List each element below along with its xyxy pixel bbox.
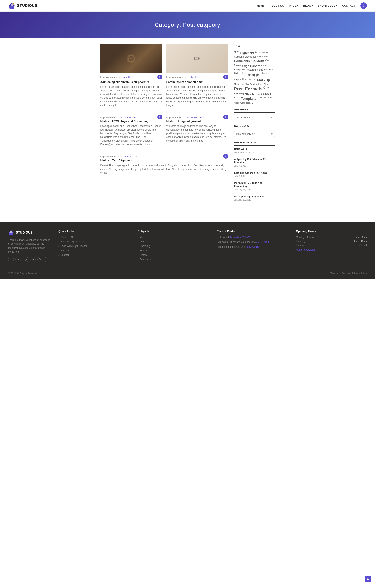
footer-quick-link[interactable]: ABOUT US [58,236,129,239]
social-pinterest[interactable]: ✦ [15,257,21,262]
post-share-button-5[interactable]: ⇧ [223,154,228,158]
nav-page[interactable]: PAGE▾ [289,4,298,7]
post-share-button-1[interactable]: ⇧ [157,74,162,79]
tag-ftw[interactable]: FTW [264,68,268,71]
tag-codex[interactable]: Codex [262,55,268,58]
tag-twitter[interactable]: Twitter [267,97,273,101]
footer-recent-post-title[interactable]: Lorem ipsum dolor sit amet July 4, 2019 [217,245,288,248]
logo[interactable]: STUDIOUS [8,2,38,9]
sidebar-recent-post-title[interactable]: Lorem Ipsum Dolor Sit Amet [234,171,275,175]
social-instagram[interactable]: ◎ [23,257,28,262]
tag-markup[interactable]: Markup [257,78,270,83]
tag-dowork[interactable]: Dowork [234,64,241,68]
tag-post-formats[interactable]: Post Formats [234,86,263,92]
sidebar-recent-post-title[interactable]: Markup: Image Alignment [234,195,275,198]
tag-shortcode[interactable]: Shortcode [245,92,260,96]
footer-quick-link[interactable]: Site Map [58,249,129,252]
footer-bottom: © 2021 All Rights Reserved Tearms of Ser… [8,269,367,275]
sidebar-recent-post-title[interactable]: Markup: HTML Tags And Formatting [234,181,275,188]
tag-tired[interactable]: Tired [257,97,262,101]
footer-subjects: Subjects MathsPhysicsChemistryBiologyHis… [138,230,209,262]
footer-subject-link[interactable]: Economics [138,258,209,261]
tag-content[interactable]: Content [251,59,264,63]
footer-quick-link[interactable]: Blog with right sidebar [58,240,129,243]
archives-select[interactable]: Select Month [234,115,275,120]
tag-must-read[interactable]: Must Read [245,83,255,85]
post-share-button-2[interactable]: ⇧ [223,74,228,79]
tag-captions[interactable]: Captions [234,55,244,58]
nav-blog[interactable]: BLOG▾ [303,4,313,7]
tag-comments[interactable]: Comments [234,59,250,63]
tag-html[interactable]: Html [241,72,246,77]
sidebar-recent-posts-list: Hello World!December 25, 2020Adipiscing … [234,147,275,203]
tag-alignment[interactable]: Alignment [239,51,254,55]
nav-home[interactable]: Home [257,4,264,7]
tag-template[interactable]: Template [241,97,257,101]
tag-categories[interactable]: Categories [244,55,256,58]
post-title-2[interactable]: Lorem ipsum dolor sit amet [166,80,228,84]
nav-contact[interactable]: CONTACT [342,4,355,7]
tag-wordpress.tv[interactable]: WordPress.Tv [240,102,253,104]
tag-gallery[interactable]: Gallery [234,72,241,77]
sidebar-recent-post-title[interactable]: Adipiscing Elit. Vivamus Eu Pharetra [234,158,275,164]
post-title-5[interactable]: Markup: Text Alignment [100,158,228,162]
nav-about[interactable]: ABOUT US [270,4,284,7]
footer-subject-link[interactable]: History [138,254,209,256]
tag-chat[interactable]: Chat [257,55,261,58]
footer-quick-link[interactable]: Contact [58,254,129,256]
post-share-button-4[interactable]: ⇧ [223,115,228,119]
tag-nailed-it[interactable]: Nailed It [255,83,263,85]
terms-text: Tearms of Service | Privacy Policy [330,272,367,275]
tag-readability[interactable]: Readability [234,92,244,96]
tag-love[interactable]: Love [252,78,256,83]
tag-fun[interactable]: Fun [269,68,273,71]
post-title-1[interactable]: Adipiscing elit. Vivamus eu pharetra [100,80,162,84]
footer-subject-link[interactable]: Maths [138,236,209,239]
footer-recent-post-title[interactable]: Hello world! December 25, 2020 [217,236,288,239]
social-linkedin[interactable]: in [30,257,36,262]
sidebar-recent-post-title[interactable]: Hello World! [234,147,275,151]
tag-jetpack[interactable]: Jetpack [260,72,267,77]
footer-recent-post-title[interactable]: Adipiscing Elit. Vivamus eu pharetra Jul… [217,241,288,243]
tag-image[interactable]: Image [246,72,259,77]
nav-share-button[interactable]: ⇧ [360,2,367,9]
tag-mothership[interactable]: Mothership [234,83,244,85]
tag-articles[interactable]: Articles [255,51,262,55]
tag-css[interactable]: Css [265,59,270,63]
footer-subject-link[interactable]: Chemistry [138,245,209,248]
tag-title[interactable]: Title [263,97,266,101]
footer-recent-post-date: December 25, 2020 [230,236,250,238]
post-title-3[interactable]: Markup: HTML Tags and Formatting [100,119,162,123]
copyright-text: © 2021 All Rights Reserved [8,272,38,275]
social-facebook[interactable]: f [8,257,14,262]
tag-quote[interactable]: Quote [264,86,269,92]
footer-quick-link[interactable]: Page With Right Sidebar [58,245,129,248]
tag-lists[interactable]: Lists [247,78,251,83]
post-card-4: by privatetutor / on 10 January, 2013 ⇧ … [166,111,228,146]
footer-description: There are many variations of passages of… [8,238,50,254]
tag-standard[interactable]: Standard [261,92,271,96]
tag-featured-image[interactable]: Featured Image [246,68,263,71]
nav-shortcode[interactable]: SHORTCODE▾ [318,4,337,7]
tag-fail[interactable]: Fail [242,68,245,71]
main-content: by privatetutor / on 4 July, 2019 ⇧ Adip… [96,38,279,213]
category-select[interactable]: Post cataeory (5) [234,131,275,137]
tag-edge-case[interactable]: Edge Case [242,64,257,68]
tag-layout[interactable]: Layout [234,78,242,83]
post-excerpt-4: Welcome to image alignment! The best way… [166,124,228,143]
make-reservation-link[interactable]: Make Reservation [296,248,367,251]
tag-link[interactable]: Link [242,78,246,83]
tag-pictures[interactable]: Pictures [264,83,271,85]
footer-subject-link[interactable]: Biology [138,249,209,252]
social-twitter[interactable]: 𝕏 [37,257,43,262]
tag-video[interactable]: Video [234,102,239,104]
tag-audio[interactable]: Audio [263,51,268,55]
footer-subject-link[interactable]: Physics [138,240,209,243]
post-title-4[interactable]: Markup: Image Alignment [166,119,228,123]
tag-8bit[interactable]: 8BIT [234,51,239,55]
tag-excerpt[interactable]: Excerpt [234,68,241,71]
tag-embeds[interactable]: Embeds [258,64,267,68]
social-youtube[interactable]: ▷ [45,257,50,262]
tag-status[interactable]: Status [234,97,240,101]
post-share-button-3[interactable]: ⇧ [157,115,162,119]
